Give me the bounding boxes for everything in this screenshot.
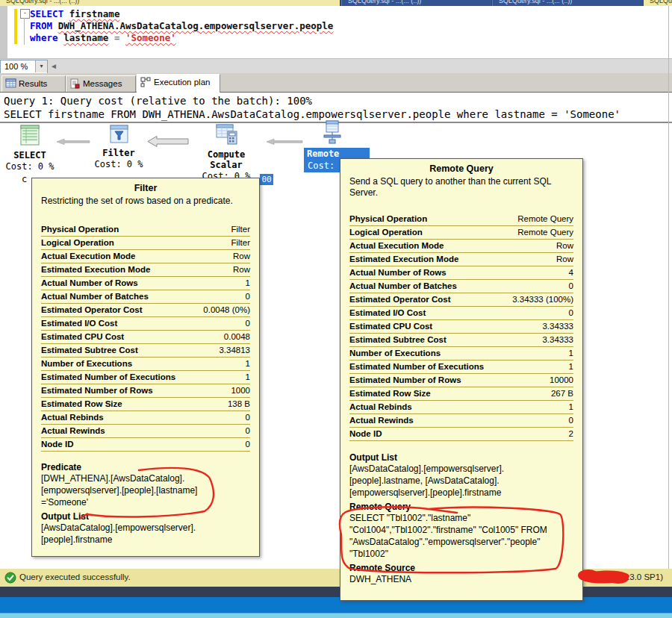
property-label: Estimated Execution Mode <box>41 265 150 274</box>
document-tab[interactable]: SQLQuery.sql - ...(... (..)) <box>341 0 491 6</box>
document-tab-strip: SQLQuery.sql - ...(... (..)) SQLQuery.sq… <box>0 0 672 6</box>
document-tab[interactable]: SQLQu... <box>644 0 672 6</box>
section-label: Output List <box>349 452 573 463</box>
plan-node-compute-scalar[interactable]: Compute Scalar Cost: 0 % <box>189 122 264 181</box>
tooltip-sections: Predicate[DWH_ATHENA].[AwsDataCatalog]. … <box>41 462 250 546</box>
property-label: Actual Rewinds <box>41 426 105 435</box>
section-text: [AwsDataCatalog].[empowersqlserver]. [pe… <box>41 522 250 546</box>
property-value: 3.34813 <box>219 346 250 355</box>
select-result-icon <box>19 124 41 146</box>
code-line: SELECT firstname <box>30 8 333 20</box>
property-label: Estimated Subtree Cost <box>349 335 447 344</box>
section-text: [DWH_ATHENA].[AwsDataCatalog]. [empowers… <box>41 472 250 508</box>
property-row: Actual Execution ModeRow <box>349 240 573 253</box>
property-value: Row <box>556 255 573 263</box>
property-value: 1 <box>246 278 250 287</box>
sql-editor[interactable]: - SELECT firstnameFROM DWH_ATHENA.AwsDat… <box>7 6 667 58</box>
property-label: Node ID <box>41 440 73 449</box>
property-label: Estimated I/O Cost <box>349 308 426 317</box>
remote-query-operator-tooltip: Remote Query Send a SQL query to another… <box>340 158 583 601</box>
document-tab[interactable]: SQLQuery.sql - ...(... (..)) <box>492 0 643 6</box>
property-label: Logical Operation <box>41 238 114 247</box>
property-value: 3.34333 (100%) <box>512 295 573 304</box>
property-row: Actual Rebinds1 <box>349 401 573 414</box>
property-value: 138 B <box>228 399 250 408</box>
property-row: Estimated Number of Rows1000 <box>41 384 250 398</box>
property-label: Estimated CPU Cost <box>41 332 124 341</box>
server-version: (13.0 SP1) <box>622 572 663 581</box>
property-value: Remote Query <box>517 214 573 223</box>
property-row: Logical OperationRemote Query <box>349 226 573 240</box>
document-tab[interactable]: SQLQuery.sql - ...(... (..)) <box>0 0 340 6</box>
property-label: Estimated Row Size <box>349 389 431 398</box>
covered-char-fragment: c <box>22 174 27 184</box>
zoom-level-combo[interactable]: 100 % ▾ <box>0 60 48 75</box>
editor-gutter <box>0 6 7 58</box>
plan-node-select[interactable]: SELECT Cost: 0 % <box>0 124 67 172</box>
property-value: Row <box>233 252 250 260</box>
property-row: Actual Number of Rows1 <box>41 277 250 290</box>
covered-cost-fragment: 00 <box>260 174 273 185</box>
property-value: 3.34333 <box>542 335 573 344</box>
property-label: Actual Number of Batches <box>349 281 457 290</box>
property-row: Estimated Execution ModeRow <box>41 263 250 277</box>
results-grid-icon <box>5 78 16 89</box>
tab-results[interactable]: Results <box>1 75 66 92</box>
property-row: Actual Rebinds0 <box>41 411 250 425</box>
property-row: Estimated CPU Cost0.0048 <box>41 331 250 344</box>
property-label: Actual Number of Rows <box>349 268 447 277</box>
property-label: Estimated CPU Cost <box>349 322 432 331</box>
tooltip-description: Send a SQL query to another than the cur… <box>349 176 573 199</box>
section-label: Remote Query <box>349 502 573 512</box>
property-label: Estimated Operator Cost <box>41 305 142 314</box>
property-value: 1 <box>569 349 573 358</box>
change-tracking-bar <box>14 9 17 44</box>
property-label: Logical Operation <box>349 228 423 237</box>
property-value: 0 <box>246 426 250 435</box>
property-value: 0 <box>569 308 573 317</box>
window-right-edge <box>668 6 669 569</box>
property-label: Number of Executions <box>41 359 132 368</box>
messages-icon <box>69 78 80 89</box>
property-value: 0 <box>246 413 250 422</box>
tab-messages[interactable]: Messages <box>66 75 136 92</box>
property-row: Estimated Row Size267 B <box>349 387 573 401</box>
tab-execution-plan[interactable]: Execution plan <box>137 74 220 93</box>
property-value: 2 <box>569 429 573 438</box>
property-label: Estimated Number of Rows <box>41 386 153 395</box>
property-value: Filter <box>231 225 250 234</box>
success-check-icon <box>4 572 16 584</box>
property-label: Estimated I/O Cost <box>41 319 117 328</box>
property-label: Estimated Number of Executions <box>349 362 484 371</box>
property-label: Estimated Operator Cost <box>349 295 450 304</box>
tooltip-sections: Output List[AwsDataCatalog].[empowersqls… <box>349 452 573 585</box>
property-row: Estimated Number of Executions1 <box>41 371 250 384</box>
property-label: Estimated Number of Rows <box>349 375 461 384</box>
property-label: Actual Rebinds <box>41 413 104 422</box>
plan-arrow-thick <box>146 136 190 148</box>
property-value: 0 <box>246 440 250 449</box>
chevron-down-icon[interactable]: ▾ <box>35 60 47 72</box>
property-row: Estimated Number of Rows10000 <box>349 374 573 387</box>
result-tab-bar: Results Messages Execution plan <box>0 73 672 92</box>
property-value: 1000 <box>231 386 250 395</box>
section-text: SELECT "Tbl1002"."lastname" "Col1004","T… <box>349 512 573 560</box>
code-fold-toggle[interactable]: - <box>20 9 30 19</box>
property-label: Node ID <box>349 429 382 438</box>
taskbar-strip-light <box>0 613 672 618</box>
property-row: Estimated I/O Cost0 <box>349 307 573 320</box>
execution-plan-icon <box>140 77 151 87</box>
compute-scalar-icon <box>215 122 238 146</box>
plan-query-cost-line: Query 1: Query cost (relative to the bat… <box>4 95 312 107</box>
scroll-left-arrow-icon[interactable]: ◄ <box>50 62 57 70</box>
property-label: Physical Operation <box>41 225 119 234</box>
plan-node-filter[interactable]: Filter Cost: 0 % <box>81 124 156 169</box>
zoom-level-value: 100 % <box>4 62 28 71</box>
property-label: Actual Number of Rows <box>41 278 138 287</box>
property-row: Node ID0 <box>41 438 250 452</box>
property-row: Actual Rewinds0 <box>41 425 250 438</box>
ssms-window: SQLQuery.sql - ...(... (..)) SQLQuery.sq… <box>0 0 672 618</box>
section-label: Remote Source <box>349 563 573 573</box>
property-value: 267 B <box>551 389 573 398</box>
section-text: [AwsDataCatalog].[empowersqlserver]. [pe… <box>349 463 573 499</box>
